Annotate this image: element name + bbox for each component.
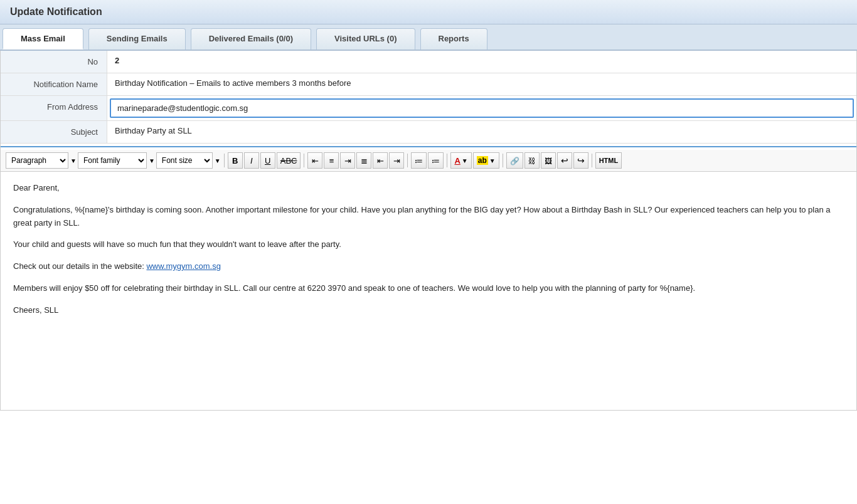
sep-2 bbox=[304, 154, 304, 167]
font-size-group: Font size ▼ bbox=[156, 152, 221, 169]
sep-3 bbox=[407, 154, 408, 167]
paragraph-select[interactable]: Paragraph bbox=[6, 152, 68, 169]
indent-increase-icon: ⇥ bbox=[393, 156, 400, 165]
undo-button[interactable] bbox=[557, 152, 572, 169]
no-value: 2 bbox=[107, 51, 856, 73]
tab-visited-urls[interactable]: Visited URLs (0) bbox=[316, 28, 415, 50]
strikethrough-button[interactable]: ABC bbox=[277, 152, 301, 169]
ordered-list-icon: ≔ bbox=[432, 156, 440, 165]
editor-line-5: Members will enjoy $50 off for celebrati… bbox=[13, 282, 844, 295]
ordered-list-button[interactable]: ≔ bbox=[428, 152, 444, 169]
html-button[interactable]: HTML bbox=[595, 152, 622, 169]
align-right-icon: ⇥ bbox=[344, 156, 351, 165]
form-row-notification-name: Notification Name Birthday Notification … bbox=[1, 73, 856, 96]
image-button[interactable] bbox=[541, 152, 556, 169]
format-group: Paragraph ▼ bbox=[6, 152, 77, 169]
indent-increase-button[interactable]: ⇥ bbox=[389, 152, 404, 169]
title-bar: Update Notification bbox=[0, 0, 857, 24]
indent-decrease-icon: ⇤ bbox=[377, 156, 384, 165]
highlight-arrow: ▼ bbox=[489, 157, 496, 164]
undo-icon bbox=[561, 155, 568, 165]
paragraph-arrow: ▼ bbox=[70, 157, 77, 164]
tab-delivered-emails[interactable]: Delivered Emails (0/0) bbox=[191, 28, 311, 50]
text-color-button[interactable]: A ▼ bbox=[450, 152, 471, 169]
bold-button[interactable]: B bbox=[228, 152, 243, 169]
align-justify-icon: ≣ bbox=[361, 156, 368, 165]
editor-line-4: Check out our details in the website: ww… bbox=[13, 260, 844, 273]
tab-bar: Mass Email Sending Emails Delivered Emai… bbox=[0, 24, 857, 51]
sep-1 bbox=[224, 154, 225, 167]
notification-name-value: Birthday Notification – Emails to active… bbox=[107, 73, 856, 95]
page-wrapper: Update Notification Mass Email Sending E… bbox=[0, 0, 857, 411]
editor-line-2: Congratulations, %{name}'s birthday is c… bbox=[13, 204, 844, 230]
no-label: No bbox=[1, 51, 107, 73]
from-address-value[interactable]: marineparade@studentlogic.com.sg bbox=[110, 98, 854, 118]
highlight-icon: ab bbox=[477, 156, 488, 165]
form-area: No 2 Notification Name Birthday Notifica… bbox=[0, 51, 857, 411]
underline-button[interactable]: U bbox=[260, 152, 275, 169]
editor-line-4-prefix: Check out our details in the website: bbox=[13, 261, 146, 271]
sep-4 bbox=[447, 154, 447, 167]
form-row-subject: Subject Birthday Party at SLL bbox=[1, 121, 856, 144]
text-color-arrow: ▼ bbox=[462, 157, 468, 164]
editor-link[interactable]: www.mygym.com.sg bbox=[146, 261, 220, 271]
notification-name-label: Notification Name bbox=[1, 73, 107, 95]
sep-5 bbox=[503, 154, 503, 167]
tab-reports[interactable]: Reports bbox=[420, 28, 487, 50]
indent-decrease-button[interactable]: ⇤ bbox=[373, 152, 388, 169]
unlink-button[interactable] bbox=[524, 152, 540, 169]
italic-button[interactable]: I bbox=[244, 152, 259, 169]
unlink-icon bbox=[528, 156, 536, 165]
font-family-select[interactable]: Font family bbox=[78, 152, 147, 169]
align-justify-button[interactable]: ≣ bbox=[356, 152, 371, 169]
from-address-label: From Address bbox=[1, 96, 107, 120]
subject-value: Birthday Party at SLL bbox=[107, 121, 856, 143]
editor-line-1: Dear Parent, bbox=[13, 182, 844, 195]
tab-sending-emails[interactable]: Sending Emails bbox=[88, 28, 186, 50]
font-family-arrow: ▼ bbox=[149, 157, 155, 164]
image-icon bbox=[545, 156, 552, 165]
align-center-button[interactable]: ≡ bbox=[324, 152, 339, 169]
form-row-no: No 2 bbox=[1, 51, 856, 73]
section-divider bbox=[1, 146, 856, 147]
redo-button[interactable] bbox=[573, 152, 588, 169]
tab-mass-email[interactable]: Mass Email bbox=[3, 28, 83, 50]
font-size-select[interactable]: Font size bbox=[156, 152, 213, 169]
unordered-list-icon: ≔ bbox=[415, 156, 423, 165]
font-size-arrow: ▼ bbox=[215, 157, 221, 164]
page-title: Update Notification bbox=[10, 6, 847, 18]
highlight-button[interactable]: ab ▼ bbox=[473, 152, 499, 169]
form-row-from-address: From Address marineparade@studentlogic.c… bbox=[1, 96, 856, 121]
editor-toolbar: Paragraph ▼ Font family ▼ Font size ▼ B … bbox=[1, 150, 856, 172]
subject-label: Subject bbox=[1, 121, 107, 143]
align-left-button[interactable]: ⇤ bbox=[307, 152, 322, 169]
redo-icon bbox=[577, 155, 585, 165]
align-left-icon: ⇤ bbox=[312, 156, 319, 165]
align-right-button[interactable]: ⇥ bbox=[340, 152, 355, 169]
font-family-group: Font family ▼ bbox=[78, 152, 155, 169]
editor-area[interactable]: Dear Parent, Congratulations, %{name}'s … bbox=[1, 172, 856, 410]
link-icon bbox=[510, 156, 519, 165]
editor-line-6: Cheers, SLL bbox=[13, 304, 844, 317]
no-number: 2 bbox=[115, 56, 119, 65]
align-center-icon: ≡ bbox=[329, 156, 334, 165]
sep-6 bbox=[592, 154, 592, 167]
unordered-list-button[interactable]: ≔ bbox=[411, 152, 427, 169]
link-button[interactable] bbox=[506, 152, 523, 169]
text-color-icon: A bbox=[454, 156, 460, 165]
editor-line-3: Your child and guests will have so much … bbox=[13, 238, 844, 251]
